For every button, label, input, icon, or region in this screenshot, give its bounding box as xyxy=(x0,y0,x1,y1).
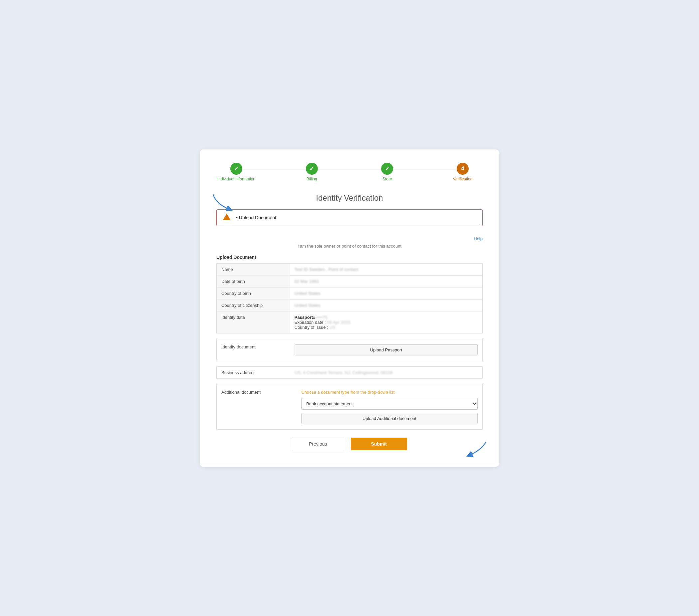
page-title: Identity Verification xyxy=(216,193,483,203)
identity-doc-content: Upload Passport xyxy=(294,345,478,356)
table-row-identity: Identity data Passport# ••••75 Expiratio… xyxy=(217,311,483,333)
identity-doc-label: Identity document xyxy=(221,345,294,349)
upload-additional-doc-button[interactable]: Upload Additional document xyxy=(301,413,478,424)
expiration-val: 09 Apr 2033 xyxy=(327,320,350,325)
choose-doc-text: Choose a document type from the drop-dow… xyxy=(301,390,478,395)
step-individual: Individual Information xyxy=(216,163,256,182)
stepper-line xyxy=(236,169,463,170)
arrow-right-decoration xyxy=(459,439,489,460)
coc-label: Country of citizenship xyxy=(217,299,290,311)
country-issue-val: US xyxy=(329,325,335,330)
business-address-row: Business address US, 4 Crestmere Terrace… xyxy=(216,366,483,379)
identity-label: Identity data xyxy=(217,311,290,333)
name-value: Test ID Sweden , Point of contact xyxy=(290,263,483,275)
stepper: Individual Information Billing Store 4 V… xyxy=(216,163,483,182)
step-store: Store xyxy=(367,163,407,182)
upload-passport-button[interactable]: Upload Passport xyxy=(294,345,478,356)
table-row-name: Name Test ID Sweden , Point of contact xyxy=(217,263,483,275)
main-card: Individual Information Billing Store 4 V… xyxy=(200,149,499,467)
table-row-dob: Date of birth 02 Mar 1993 xyxy=(217,275,483,287)
help-link[interactable]: Help xyxy=(474,236,483,241)
sole-owner-text: I am the sole owner or point of contact … xyxy=(216,244,483,249)
step-verification-circle: 4 xyxy=(457,163,469,175)
warning-icon xyxy=(223,214,232,222)
step-individual-label: Individual Information xyxy=(217,177,255,182)
table-row-cob: Country of birth United States xyxy=(217,287,483,299)
business-address-value: US, 4 Crestmere Terrace, NJ, Collingswoo… xyxy=(294,370,393,375)
name-label: Name xyxy=(217,263,290,275)
country-issue-label: Country of issue : xyxy=(294,325,330,330)
step-store-circle xyxy=(381,163,393,175)
upload-document-heading: Upload Document xyxy=(216,255,483,260)
step-verification: 4 Verification xyxy=(443,163,483,182)
step-store-label: Store xyxy=(382,177,392,182)
table-row-coc: Country of citizenship United States xyxy=(217,299,483,311)
dob-label: Date of birth xyxy=(217,275,290,287)
cob-value: United States xyxy=(290,287,483,299)
step-billing-label: Billing xyxy=(306,177,317,182)
step-individual-circle xyxy=(230,163,242,175)
info-table: Name Test ID Sweden , Point of contact D… xyxy=(216,263,483,333)
previous-button[interactable]: Previous xyxy=(292,438,344,450)
cob-label: Country of birth xyxy=(217,287,290,299)
document-type-select[interactable]: Bank account statement Utility bill Bank… xyxy=(301,398,478,410)
business-address-label: Business address xyxy=(221,370,294,375)
identity-value: Passport# ••••75 Expiration date : 09 Ap… xyxy=(290,311,483,333)
action-row: Previous Submit xyxy=(216,438,483,450)
passport-num: ••••75 xyxy=(317,315,328,320)
alert-text: • Upload Document xyxy=(236,215,276,220)
dob-value: 02 Mar 1993 xyxy=(290,275,483,287)
additional-doc-content: Choose a document type from the drop-dow… xyxy=(301,390,478,424)
submit-button[interactable]: Submit xyxy=(351,438,407,450)
coc-value: United States xyxy=(290,299,483,311)
additional-document-section: Additional document Choose a document ty… xyxy=(216,384,483,430)
alert-box: • Upload Document xyxy=(216,209,483,226)
additional-doc-label: Additional document xyxy=(221,390,294,395)
step-billing-circle xyxy=(306,163,318,175)
step-verification-label: Verification xyxy=(453,177,473,182)
expiration-label: Expiration date : xyxy=(294,320,327,325)
passport-label: Passport# xyxy=(294,315,317,320)
help-row: Help xyxy=(216,236,483,242)
identity-document-section: Identity document Upload Passport xyxy=(216,339,483,361)
step-billing: Billing xyxy=(292,163,332,182)
